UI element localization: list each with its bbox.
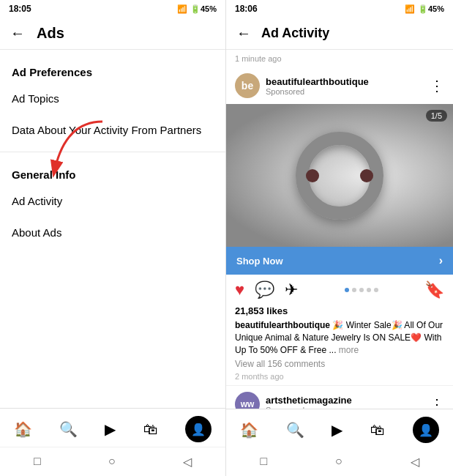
- right-nav-search[interactable]: 🔍: [286, 421, 304, 439]
- ad-more-dots-2[interactable]: ⋮: [430, 395, 444, 409]
- right-nav-shop[interactable]: 🛍: [370, 422, 385, 439]
- caption-more[interactable]: more: [339, 345, 359, 355]
- right-back-button[interactable]: ←: [236, 25, 251, 42]
- action-row-1: ♥ 💬 ✈ 🔖: [226, 275, 453, 305]
- left-nav-home[interactable]: 🏠: [14, 420, 32, 438]
- middle-divider: [0, 152, 225, 152]
- left-nav-profile[interactable]: 👤: [185, 416, 211, 442]
- right-android-nav: □ ○ ◁: [226, 447, 453, 476]
- menu-item-data-activity[interactable]: Data About Your Activity From Partners: [0, 114, 225, 146]
- right-page-title: Ad Activity: [261, 26, 329, 41]
- left-status-bar: 18:05 📶 🔋45%: [0, 0, 225, 18]
- left-page-title: Ads: [37, 25, 64, 42]
- right-header: ← Ad Activity: [226, 18, 453, 50]
- like-button[interactable]: ♥: [235, 280, 244, 300]
- ad-more-dots-1[interactable]: ⋮: [430, 77, 444, 94]
- section-general-info: General Info: [0, 158, 225, 185]
- right-android-square[interactable]: □: [245, 452, 282, 472]
- ad-scroll-area[interactable]: 1 minute ago be beautifulearthboutique S…: [226, 50, 453, 409]
- view-comments[interactable]: View all 156 comments: [226, 359, 453, 371]
- right-android-back[interactable]: ◁: [396, 452, 434, 472]
- right-panel: 18:06 📶 🔋45% ← Ad Activity 1 minute ago …: [226, 0, 453, 476]
- left-time: 18:05: [9, 4, 31, 14]
- ad-card-1-header: be beautifulearthboutique Sponsored ⋮: [226, 67, 453, 104]
- dot-4: [367, 288, 371, 292]
- prev-ago-label: 1 minute ago: [226, 50, 453, 67]
- left-nav-search[interactable]: 🔍: [59, 420, 78, 438]
- dot-1: [345, 288, 349, 292]
- ad-avatar-1: be: [235, 73, 260, 98]
- left-android-back[interactable]: ◁: [168, 452, 206, 472]
- left-actions: ♥ 💬 ✈: [235, 280, 298, 300]
- bookmark-button[interactable]: 🔖: [424, 280, 444, 300]
- menu-item-ad-topics[interactable]: Ad Topics: [0, 83, 225, 114]
- share-button[interactable]: ✈: [285, 280, 298, 300]
- left-back-button[interactable]: ←: [10, 25, 25, 42]
- ad-sponsored-1: Sponsored: [266, 87, 369, 96]
- dot-2: [352, 288, 356, 292]
- ad-caption: beautifulearthboutique 🎉 Winter Sale🎉 Al…: [226, 319, 453, 359]
- likes-count: 21,853 likes: [226, 305, 453, 319]
- left-nav-reels[interactable]: ▶: [105, 420, 116, 438]
- menu-item-ad-activity[interactable]: Ad Activity: [0, 185, 225, 217]
- ad-user-text-1: beautifulearthboutique Sponsored: [266, 76, 369, 96]
- ad-user-text-2: artstheticmagazine Sponsored: [266, 395, 352, 409]
- ring-shape: [296, 132, 383, 220]
- ring-image: [226, 104, 453, 247]
- section-ad-preferences: Ad Preferences: [0, 56, 225, 83]
- ad-avatar-2: ww: [235, 392, 260, 409]
- dot-5: [374, 288, 378, 292]
- right-android-circle[interactable]: ○: [321, 452, 357, 472]
- image-counter: 1/5: [426, 110, 447, 122]
- shop-now-label: Shop Now: [236, 256, 283, 267]
- right-time: 18:06: [235, 4, 258, 14]
- left-nav-shop[interactable]: 🛍: [143, 421, 158, 438]
- time-ago: 2 months ago: [226, 371, 453, 385]
- image-dots: [345, 288, 378, 292]
- ad-user-info-1: be beautifulearthboutique Sponsored: [235, 73, 369, 98]
- left-android-square[interactable]: □: [19, 452, 56, 472]
- ad-username-2[interactable]: artstheticmagazine: [266, 395, 352, 406]
- shop-now-bar[interactable]: Shop Now ›: [226, 247, 453, 275]
- menu-item-about-ads[interactable]: About Ads: [0, 217, 225, 248]
- ad-card-2: ww artstheticmagazine Sponsored ⋮: [226, 385, 453, 409]
- left-header: ← Ads: [0, 18, 225, 49]
- right-status-bar: 18:06 📶 🔋45%: [226, 0, 453, 18]
- left-android-circle[interactable]: ○: [94, 452, 130, 472]
- right-bottom-nav: 🏠 🔍 ▶ 🛍 👤: [226, 409, 453, 447]
- right-status-icons: 📶 🔋45%: [405, 4, 444, 14]
- ad-image-1: 1/5: [226, 104, 453, 247]
- ad-card-1: be beautifulearthboutique Sponsored ⋮ 1/…: [226, 67, 453, 385]
- top-divider: [0, 49, 225, 50]
- right-nav-reels[interactable]: ▶: [332, 421, 342, 439]
- right-nav-profile[interactable]: 👤: [413, 417, 439, 443]
- shop-chevron-icon: ›: [439, 254, 443, 267]
- ad-user-info-2: ww artstheticmagazine Sponsored: [235, 392, 352, 409]
- left-status-icons: 📶 🔋45%: [177, 4, 217, 14]
- dot-3: [359, 288, 364, 292]
- right-nav-home[interactable]: 🏠: [240, 421, 258, 439]
- comment-button[interactable]: 💬: [255, 280, 274, 300]
- left-bottom-nav: 🏠 🔍 ▶ 🛍 👤: [0, 408, 225, 447]
- left-content: Ad Preferences Ad Topics Data About Your…: [0, 56, 225, 408]
- left-android-nav: □ ○ ◁: [0, 447, 225, 476]
- left-panel: 18:05 📶 🔋45% ← Ads Ad Preferences Ad Top…: [0, 0, 226, 476]
- ad-username-1[interactable]: beautifulearthboutique: [266, 76, 369, 87]
- caption-username[interactable]: beautifulearthboutique: [235, 320, 330, 330]
